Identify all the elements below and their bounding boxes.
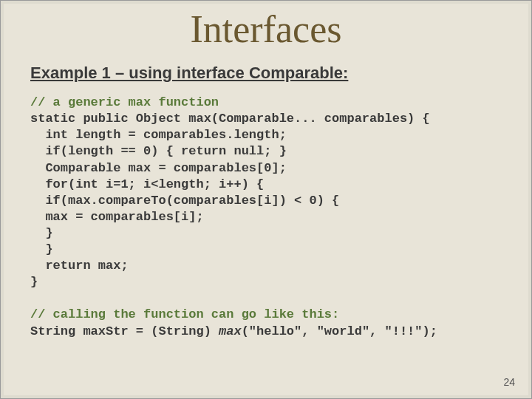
code-line-8: max = comparables[i]; — [30, 210, 204, 224]
code-line-11: return max; — [30, 259, 129, 273]
code-line-12: } — [30, 275, 38, 289]
code-block: // a generic max function static public … — [30, 95, 531, 339]
code-line-4: if(length == 0) { return null; } — [30, 144, 287, 158]
slide-title: Interfaces — [1, 1, 531, 50]
page-number: 24 — [503, 376, 515, 388]
code-line-3: int length = comparables.length; — [30, 128, 287, 142]
slide-container: Interfaces Example 1 – using interface C… — [0, 0, 532, 399]
code-line-14c: ("hello", "world", "!!!"); — [242, 324, 437, 338]
code-line-2: static public Object max(Comparable... c… — [30, 112, 430, 126]
code-line-6: for(int i=1; i<length; i++) { — [30, 177, 264, 191]
example-heading: Example 1 – using interface Comparable: — [30, 64, 531, 83]
code-line-7: if(max.compareTo(comparables[i]) < 0) { — [30, 194, 339, 208]
code-comment-2: // calling the function can go like this… — [30, 307, 339, 321]
code-line-14a: String maxStr = (String) — [30, 324, 219, 338]
code-line-9: } — [30, 226, 53, 240]
code-line-10: } — [30, 242, 53, 256]
code-line-14b: max — [219, 324, 242, 338]
code-line-5: Comparable max = comparables[0]; — [30, 161, 287, 175]
code-comment-1: // a generic max function — [30, 95, 219, 109]
